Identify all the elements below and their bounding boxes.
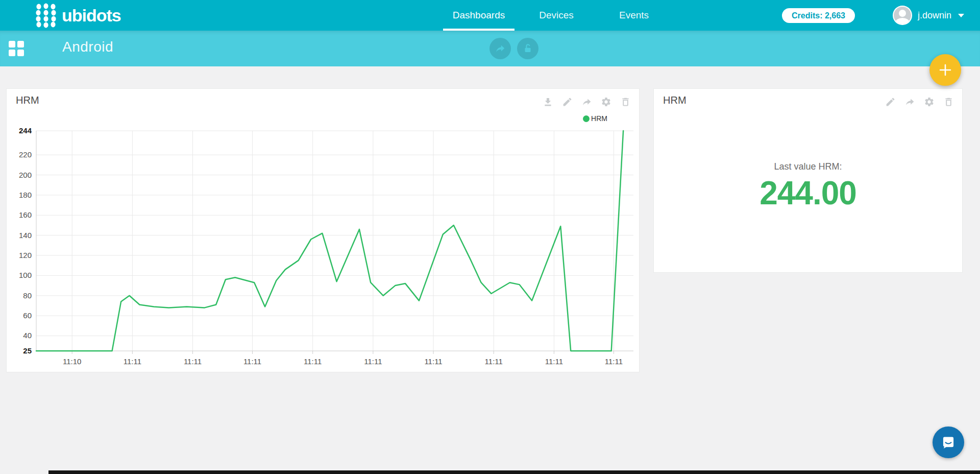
svg-text:220: 220 bbox=[19, 150, 32, 159]
svg-text:140: 140 bbox=[19, 231, 32, 240]
legend-label: HRM bbox=[591, 114, 607, 123]
delete-icon[interactable] bbox=[943, 97, 954, 107]
tab-dashboards[interactable]: Dashboards bbox=[440, 0, 518, 31]
widget-title: HRM bbox=[16, 94, 39, 106]
svg-text:11:11: 11:11 bbox=[243, 357, 261, 366]
chat-icon bbox=[940, 434, 957, 451]
dashboard-header-bar: Android bbox=[0, 31, 980, 66]
ubidots-logo-icon bbox=[35, 3, 57, 28]
svg-text:60: 60 bbox=[23, 311, 32, 320]
edit-icon[interactable] bbox=[562, 97, 573, 107]
svg-text:80: 80 bbox=[23, 291, 32, 300]
chart-legend[interactable]: HRM bbox=[583, 114, 607, 123]
share-icon[interactable] bbox=[904, 97, 915, 107]
svg-text:100: 100 bbox=[19, 271, 32, 279]
svg-text:180: 180 bbox=[19, 191, 32, 199]
bottom-edge-bar bbox=[48, 470, 980, 474]
svg-text:11:11: 11:11 bbox=[184, 357, 202, 366]
tab-events[interactable]: Events bbox=[595, 0, 673, 31]
settings-icon[interactable] bbox=[601, 97, 611, 107]
unlock-icon bbox=[522, 43, 533, 54]
hrm-line-chart[interactable]: 2442202001801601401201008060402511:1011:… bbox=[7, 89, 639, 372]
widget-toolbar bbox=[885, 97, 954, 107]
dashboards-grid-icon[interactable] bbox=[9, 41, 24, 56]
widget-toolbar bbox=[543, 97, 631, 107]
dashboard-actions bbox=[489, 38, 538, 59]
edit-icon[interactable] bbox=[885, 97, 896, 107]
last-value-label: Last value HRM: bbox=[654, 161, 962, 172]
svg-text:160: 160 bbox=[19, 210, 32, 219]
user-menu[interactable]: j.downin bbox=[893, 0, 964, 31]
hrm-chart-widget: HRM 2442202001801601401201008060402511:1… bbox=[6, 88, 640, 372]
add-widget-button[interactable] bbox=[929, 54, 961, 86]
chevron-down-icon bbox=[958, 14, 964, 17]
user-name: j.downin bbox=[918, 10, 951, 21]
svg-text:11:11: 11:11 bbox=[364, 357, 382, 366]
svg-text:25: 25 bbox=[23, 346, 32, 355]
brand-name: ubidots bbox=[62, 3, 121, 28]
svg-text:11:11: 11:11 bbox=[424, 357, 442, 366]
delete-icon[interactable] bbox=[620, 97, 631, 107]
svg-text:244: 244 bbox=[19, 126, 32, 135]
tab-devices[interactable]: Devices bbox=[518, 0, 595, 31]
share-dashboard-button[interactable] bbox=[489, 38, 511, 59]
active-tab-underline bbox=[443, 29, 514, 31]
svg-text:11:11: 11:11 bbox=[605, 357, 623, 366]
top-navigation-bar: ubidots Dashboards Devices Events Credit… bbox=[0, 0, 980, 31]
hrm-last-value-widget: HRM Last value HRM: 244.00 bbox=[653, 88, 963, 273]
svg-text:11:11: 11:11 bbox=[485, 357, 503, 366]
download-icon[interactable] bbox=[543, 97, 553, 107]
settings-icon[interactable] bbox=[924, 97, 935, 107]
svg-text:40: 40 bbox=[23, 331, 32, 340]
svg-text:200: 200 bbox=[19, 171, 32, 179]
svg-text:11:11: 11:11 bbox=[304, 357, 322, 366]
avatar bbox=[893, 6, 912, 25]
dashboard-title: Android bbox=[62, 39, 113, 55]
plus-icon bbox=[938, 63, 952, 77]
lock-dashboard-button[interactable] bbox=[517, 38, 538, 59]
last-value-number: 244.00 bbox=[654, 175, 962, 211]
avatar-silhouette bbox=[894, 7, 911, 24]
svg-text:11:10: 11:10 bbox=[63, 357, 81, 366]
chart-canvas[interactable]: 2442202001801601401201008060402511:1011:… bbox=[7, 89, 639, 372]
credits-badge[interactable]: Credits: 2,663 bbox=[782, 8, 855, 23]
ubidots-logo[interactable]: ubidots bbox=[35, 3, 121, 28]
intercom-chat-button[interactable] bbox=[933, 426, 964, 458]
svg-text:11:11: 11:11 bbox=[124, 357, 141, 366]
share-icon[interactable] bbox=[581, 97, 592, 107]
svg-text:120: 120 bbox=[19, 251, 32, 259]
widget-title: HRM bbox=[663, 94, 687, 106]
share-icon bbox=[495, 43, 506, 54]
svg-text:11:11: 11:11 bbox=[545, 357, 563, 366]
legend-dot-icon bbox=[583, 115, 590, 122]
main-nav: Dashboards Devices Events bbox=[440, 0, 673, 31]
